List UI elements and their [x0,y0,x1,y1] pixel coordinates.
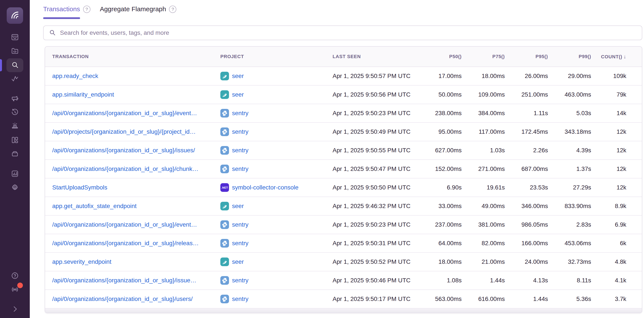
p95-value: 251.00ms [506,91,549,98]
last-seen-value: Apr 1, 2025 9:50:52 PM UTC [331,258,418,265]
sidebar [0,0,30,318]
count-value: 109k [592,73,634,80]
project-link[interactable]: sentry [232,110,248,117]
column-header-last-seen[interactable]: LAST SEEN [331,54,418,59]
sidebar-item-issues[interactable] [6,31,23,45]
sidebar-item-settings[interactable] [6,181,23,195]
sidebar-item-dashboards[interactable] [6,134,23,147]
table-row: app.get_autofix_state_endpoint seer Apr … [45,197,642,216]
sidebar-item-traces[interactable] [6,72,23,86]
project-link[interactable]: seer [232,258,244,265]
p50-value: 238.00ms [418,110,463,117]
sidebar-item-feedback[interactable] [6,92,23,106]
project-link[interactable]: sentry [232,277,248,284]
tab-aggregate-flamegraph[interactable]: Aggregate Flamegraph ? [100,5,176,19]
python-icon [220,220,229,229]
main-content: Transactions ? Aggregate Flamegraph ? TR… [30,0,644,318]
p75-value: 19.61s [463,184,506,191]
releases-icon [11,150,19,159]
table-body: app.ready_check seer Apr 1, 2025 9:50:57… [45,67,642,308]
p95-value: 1.44s [506,295,549,302]
p95-value: 346.00ms [506,203,549,210]
last-seen-value: Apr 1, 2025 9:50:57 PM UTC [331,73,418,80]
count-value: 6k [592,240,634,247]
project-link[interactable]: sentry [232,221,248,228]
transaction-link[interactable]: /api/0/organizations/{organization_id_or… [52,147,218,154]
aggregate-flamegraph-help-icon[interactable]: ? [169,6,176,13]
dashboards-icon [11,136,19,145]
project-link[interactable]: sentry [232,240,248,247]
project-link[interactable]: seer [232,203,244,210]
p99-value: 29.00ms [549,73,592,80]
sidebar-item-stats[interactable] [6,167,23,181]
project-link[interactable]: seer [232,73,244,80]
sidebar-item-alerts[interactable] [6,120,23,134]
search-icon [49,29,56,37]
transaction-link[interactable]: app.similarity_endpoint [52,91,218,98]
p75-value: 1.03s [463,147,506,154]
sidebar-item-search[interactable] [6,58,23,72]
column-header-p75[interactable]: P75() [463,54,506,59]
search-bar[interactable] [43,26,642,40]
transaction-link[interactable]: app.severity_endpoint [52,258,218,265]
p50-value: 152.00ms [418,165,463,172]
sidebar-footer [6,269,23,316]
table-row: StartUploadSymbols .NET symbol-collector… [45,178,642,197]
p95-value: 687.00ms [506,165,549,172]
project-link[interactable]: sentry [232,147,248,154]
project-link[interactable]: sentry [232,128,248,135]
column-header-count[interactable]: COUNT()↓ [592,54,634,60]
p99-value: 8.11s [549,277,592,284]
p99-value: 833.90ms [549,203,592,210]
project-link[interactable]: seer [232,91,244,98]
transaction-link[interactable]: /api/0/organizations/{organization_id_or… [52,165,218,172]
active-nav-indicator [0,59,2,71]
transaction-link[interactable]: /api/0/organizations/{organization_id_or… [52,295,218,302]
p99-value: 5.36s [549,295,592,302]
table-row: /api/0/organizations/{organization_id_or… [45,271,642,290]
transaction-link[interactable]: StartUploadSymbols [52,184,218,191]
p75-value: 384.00ms [463,110,506,117]
p50-value: 18.00ms [418,258,463,265]
table-row: app.ready_check seer Apr 1, 2025 9:50:57… [45,67,642,86]
transaction-link[interactable]: /api/0/organizations/{organization_id_or… [52,240,218,247]
sidebar-item-releases[interactable] [6,147,23,161]
table-row: /api/0/organizations/{organization_id_or… [45,234,642,253]
column-header-p50[interactable]: P50() [418,54,463,59]
project-link[interactable]: symbol-collector-console [232,184,298,191]
column-header-transaction[interactable]: TRANSACTION [45,54,219,59]
count-value: 4.1k [592,277,634,284]
p75-value: 21.00ms [463,258,506,265]
sentry-logo-button[interactable] [7,7,23,24]
project-link[interactable]: sentry [232,165,248,172]
transaction-link[interactable]: /api/0/organizations/{organization_id_or… [52,277,218,284]
sidebar-item-help[interactable] [6,269,23,283]
last-seen-value: Apr 1, 2025 9:50:46 PM UTC [331,277,418,284]
project-link[interactable]: sentry [232,295,248,302]
column-header-p95[interactable]: P95() [506,54,549,59]
stats-icon [11,170,19,179]
transaction-link[interactable]: /api/0/organizations/{organization_id_or… [52,110,218,117]
search-icon [11,61,19,70]
sidebar-item-replays[interactable] [6,106,23,120]
transaction-link[interactable]: /api/0/projects/{organization_id_or_slug… [52,128,218,135]
p50-value: 6.90s [418,184,463,191]
column-header-project[interactable]: PROJECT [219,54,331,59]
python-icon [220,165,229,173]
sidebar-item-whats-new[interactable] [6,283,23,297]
search-input[interactable] [60,29,637,37]
count-value: 12k [592,165,634,172]
p75-value: 18.00ms [463,73,506,80]
transactions-help-icon[interactable]: ? [83,6,90,13]
count-value: 12k [592,184,634,191]
p95-value: 172.45ms [506,128,549,135]
p99-value: 463.00ms [549,91,592,98]
transaction-link[interactable]: /api/0/organizations/{organization_id_or… [52,221,218,228]
sidebar-item-explore[interactable] [6,45,23,58]
count-value: 12k [592,147,634,154]
sidebar-item-expand-chevron[interactable] [6,302,23,316]
transaction-link[interactable]: app.ready_check [52,73,218,80]
column-header-p99[interactable]: P99() [549,54,592,59]
transaction-link[interactable]: app.get_autofix_state_endpoint [52,203,218,210]
tab-transactions[interactable]: Transactions ? [43,5,90,19]
